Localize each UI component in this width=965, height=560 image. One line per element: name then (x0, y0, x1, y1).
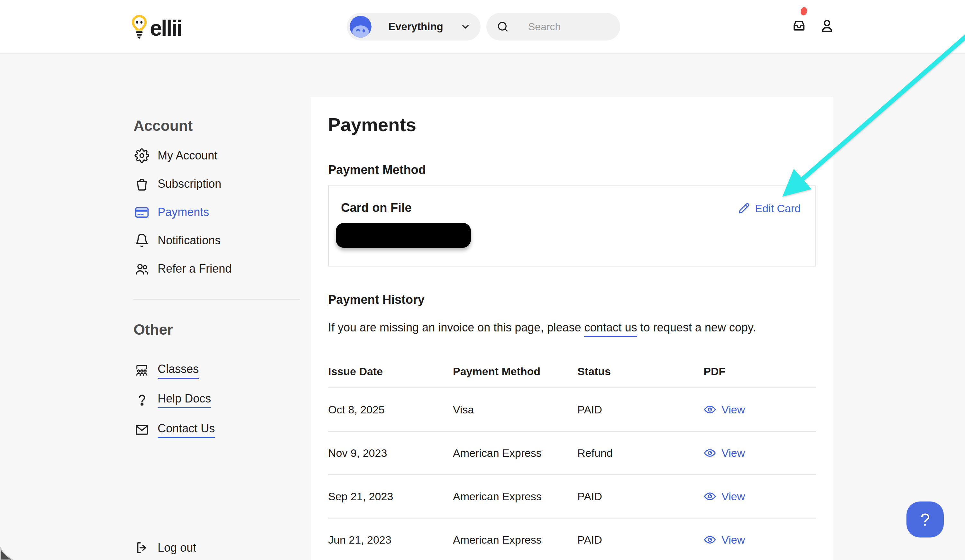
logo-wordmark: ellii (150, 17, 182, 39)
sidebar-item-notifications[interactable]: Notifications (134, 230, 221, 251)
cell-status: PAID (577, 490, 703, 503)
users-icon (134, 261, 149, 276)
inbox-button[interactable] (791, 18, 807, 33)
ellii-logo[interactable]: ellii (131, 11, 182, 42)
sidebar-section-other: Other (134, 322, 173, 337)
sidebar-item-label: Help Docs (158, 392, 211, 408)
col-header-payment-method: Payment Method (453, 365, 577, 378)
view-label: View (721, 403, 745, 416)
sidebar-item-my-account[interactable]: My Account (134, 145, 218, 166)
table-row: Nov 9, 2023 American Express Refund View (328, 432, 816, 475)
cell-status: PAID (577, 534, 703, 546)
page-title: Payments (328, 115, 816, 135)
sidebar-item-help-docs[interactable]: Help Docs (134, 390, 211, 410)
view-invoice-button[interactable]: View (703, 447, 745, 459)
scope-dropdown[interactable]: Everything (347, 13, 481, 41)
search-bar (486, 13, 620, 41)
edit-card-button[interactable]: Edit Card (738, 202, 801, 215)
contact-us-link[interactable]: contact us (584, 321, 637, 337)
mascot-avatar (350, 16, 371, 38)
search-input[interactable] (528, 21, 612, 33)
sidebar-item-subscription[interactable]: Subscription (134, 174, 221, 194)
col-header-status: Status (577, 365, 703, 378)
sidebar-divider (134, 299, 300, 300)
page: { "header": { "logo_text": "ellii", "sco… (0, 0, 965, 560)
logout-label: Log out (158, 541, 196, 555)
logout-button[interactable]: Log out (134, 537, 196, 558)
eye-icon (703, 533, 716, 546)
cell-issue-date: Jun 21, 2023 (328, 534, 453, 546)
note-suffix: to request a new copy. (640, 321, 756, 334)
cell-issue-date: Oct 8, 2025 (328, 403, 453, 416)
mouse-cursor-fragment (0, 543, 17, 560)
notification-dot (800, 7, 808, 16)
table-row: Jun 21, 2023 American Express PAID View (328, 519, 816, 560)
gear-icon (134, 148, 149, 163)
sidebar-item-label: Classes (158, 362, 199, 379)
col-header-pdf: PDF (703, 365, 816, 378)
view-invoice-button[interactable]: View (703, 533, 745, 546)
lightbulb-logo-icon (131, 15, 147, 39)
eye-icon (703, 447, 716, 459)
cell-issue-date: Sep 21, 2023 (328, 490, 453, 503)
sidebar-item-contact-us[interactable]: Contact Us (134, 420, 215, 440)
sidebar-item-label: Subscription (158, 177, 221, 191)
sidebar-item-refer-a-friend[interactable]: Refer a Friend (134, 258, 232, 279)
scope-dropdown-label: Everything (371, 21, 460, 33)
cell-payment-method: American Express (453, 447, 577, 459)
payment-history-table: Issue Date Payment Method Status PDF Oct… (328, 355, 816, 560)
search-icon (497, 21, 509, 33)
cell-payment-method: American Express (453, 490, 577, 503)
logout-icon (134, 540, 149, 555)
cell-issue-date: Nov 9, 2023 (328, 447, 453, 459)
edit-card-label: Edit Card (755, 202, 801, 215)
cell-status: PAID (577, 403, 703, 416)
table-header-row: Issue Date Payment Method Status PDF (328, 355, 816, 389)
payment-history-heading: Payment History (328, 293, 816, 307)
help-fab-label: ? (920, 509, 930, 529)
eye-icon (703, 403, 716, 416)
chevron-down-icon (460, 21, 471, 32)
view-label: View (721, 447, 745, 459)
view-invoice-button[interactable]: View (703, 490, 745, 503)
cell-payment-method: Visa (453, 403, 577, 416)
note-prefix: If you are missing an invoice on this pa… (328, 321, 581, 334)
cell-payment-method: American Express (453, 534, 577, 546)
sidebar-item-label: Notifications (158, 234, 221, 247)
credit-card-icon (134, 205, 149, 220)
bag-icon (134, 176, 149, 191)
card-on-file-label: Card on File (341, 201, 412, 215)
sidebar-item-label: Payments (158, 206, 209, 219)
sidebar-item-label: Refer a Friend (158, 262, 232, 276)
view-label: View (721, 534, 745, 546)
redacted-card-number (336, 223, 471, 248)
eye-icon (703, 490, 716, 503)
sidebar-item-classes[interactable]: Classes (134, 360, 199, 380)
user-menu-button[interactable] (819, 17, 835, 34)
classroom-icon (134, 363, 149, 378)
payment-method-heading: Payment Method (328, 163, 816, 177)
view-label: View (721, 490, 745, 503)
table-row: Sep 21, 2023 American Express PAID View (328, 475, 816, 519)
table-row: Oct 8, 2025 Visa PAID View (328, 389, 816, 432)
bell-icon (134, 233, 149, 248)
sidebar-section-account: Account (134, 118, 193, 133)
sidebar-item-payments[interactable]: Payments (134, 202, 209, 222)
question-icon (134, 392, 149, 407)
sidebar-item-label: Contact Us (158, 422, 215, 438)
cell-status: Refund (577, 447, 703, 459)
top-header: ellii Everything (0, 0, 965, 54)
mail-icon (134, 423, 149, 437)
missing-invoice-note: If you are missing an invoice on this pa… (328, 320, 816, 335)
help-fab-button[interactable]: ? (906, 501, 944, 537)
card-on-file-box: Card on File Edit Card (328, 186, 816, 266)
pencil-icon (738, 202, 750, 214)
col-header-issue-date: Issue Date (328, 365, 453, 378)
main-content-panel: Payments Payment Method Card on File Edi… (311, 97, 833, 560)
view-invoice-button[interactable]: View (703, 403, 745, 416)
sidebar-item-label: My Account (158, 149, 218, 162)
